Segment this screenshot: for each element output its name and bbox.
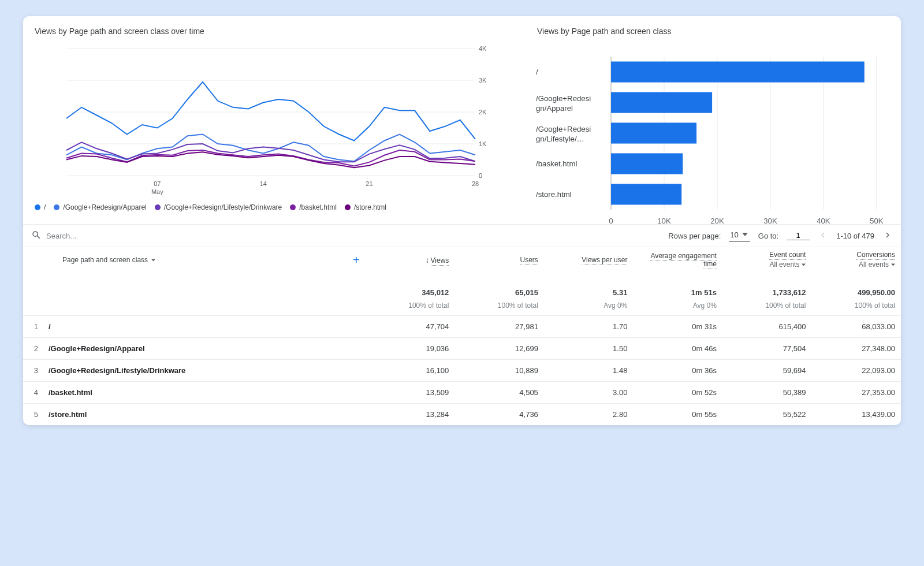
cell-events: 50,389: [722, 382, 812, 404]
total-vpu: 5.31: [544, 272, 634, 300]
svg-text:/Google+Redesi: /Google+Redesi: [536, 125, 591, 133]
cell-vpu: 1.48: [544, 360, 634, 382]
line-chart[interactable]: 01K2K3K4K07142128May: [33, 43, 527, 199]
line-chart-panel: Views by Page path and screen class over…: [29, 27, 531, 221]
legend-dot-icon: [155, 204, 161, 210]
bar-chart-title: Views by Page path and screen class: [537, 27, 891, 36]
svg-text:/Google+Redesi: /Google+Redesi: [536, 94, 591, 103]
svg-text:2K: 2K: [479, 109, 487, 116]
svg-text:May: May: [151, 188, 163, 195]
svg-text:21: 21: [366, 180, 372, 187]
svg-text:/basket.html: /basket.html: [536, 159, 577, 168]
cell-vpu: 1.70: [544, 316, 634, 338]
svg-text:gn/Lifestyle/…: gn/Lifestyle/…: [536, 135, 584, 143]
column-header-vpu[interactable]: Views per user: [544, 247, 634, 273]
next-page-button[interactable]: [882, 230, 893, 242]
cell-aet: 0m 36s: [633, 360, 722, 382]
column-header-users[interactable]: Users: [454, 247, 544, 273]
cell-vpu: 1.50: [544, 338, 634, 360]
svg-rect-28: [611, 62, 865, 83]
cell-aet: 0m 55s: [633, 404, 722, 426]
path-cell: /: [49, 322, 51, 331]
svg-rect-38: [611, 184, 681, 204]
total-users: 65,015: [454, 272, 544, 300]
cell-events: 77,504: [722, 338, 812, 360]
legend-label: /Google+Redesign/Apparel: [63, 203, 146, 211]
cell-users: 10,889: [454, 360, 544, 382]
cell-conv: 22,093.00: [811, 360, 901, 382]
total-sub-events: 100% of total: [722, 300, 812, 316]
legend-item[interactable]: /basket.html: [290, 203, 337, 211]
legend-dot-icon: [54, 204, 59, 210]
cell-vpu: 2.80: [544, 404, 634, 426]
cell-aet: 0m 31s: [633, 316, 722, 338]
total-sub-aet: Avg 0%: [633, 300, 722, 316]
svg-rect-36: [611, 153, 683, 174]
charts-row: Views by Page path and screen class over…: [23, 16, 901, 224]
add-dimension-button[interactable]: +: [353, 254, 360, 266]
table-row[interactable]: 4/basket.html13,5094,5053.000m 52s50,389…: [23, 382, 901, 404]
svg-text:14: 14: [260, 180, 267, 187]
svg-text:/store.html: /store.html: [536, 190, 572, 199]
legend-item[interactable]: /: [35, 203, 46, 211]
svg-text:1K: 1K: [479, 140, 487, 147]
total-views: 345,012: [366, 272, 455, 300]
data-table: Page path and screen class + ↓ViewsUsers…: [23, 247, 901, 425]
column-sub-filter[interactable]: All events: [728, 260, 806, 269]
goto-input[interactable]: [787, 231, 810, 240]
rows-per-page-value: 10: [730, 230, 738, 239]
total-sub-users: 100% of total: [454, 300, 544, 316]
totals-row: 345,01265,0155.311m 51s1,733,612499,950.…: [23, 272, 901, 300]
svg-text:10K: 10K: [657, 217, 671, 225]
page-range: 1-10 of 479: [836, 232, 874, 240]
table-row[interactable]: 1/47,70427,9811.700m 31s615,40068,033.00: [23, 316, 901, 338]
svg-text:0: 0: [479, 172, 482, 179]
column-sub-filter[interactable]: All events: [817, 260, 895, 269]
total-events: 1,733,612: [722, 272, 812, 300]
table-row[interactable]: 2/Google+Redesign/Apparel19,03612,6991.5…: [23, 338, 901, 360]
cell-views: 47,704: [366, 316, 455, 338]
cell-users: 4,736: [454, 404, 544, 426]
svg-text:30K: 30K: [763, 217, 777, 225]
cell-conv: 68,033.00: [811, 316, 901, 338]
chevron-down-icon: [741, 229, 749, 240]
legend-dot-icon: [290, 204, 296, 210]
prev-page-button[interactable]: [818, 230, 828, 242]
legend-label: /store.html: [354, 203, 386, 211]
totals-sub-row: 100% of total100% of totalAvg 0%Avg 0%10…: [23, 300, 901, 316]
total-sub-views: 100% of total: [366, 300, 455, 316]
legend-item[interactable]: /Google+Redesign/Lifestyle/Drinkware: [155, 203, 282, 211]
svg-text:07: 07: [154, 180, 161, 187]
column-header-path[interactable]: Page path and screen class +: [23, 247, 366, 273]
legend-item[interactable]: /Google+Redesign/Apparel: [54, 203, 146, 211]
cell-vpu: 3.00: [544, 382, 634, 404]
cell-views: 19,036: [366, 338, 455, 360]
path-cell: /basket.html: [49, 388, 92, 397]
total-sub-vpu: Avg 0%: [544, 300, 634, 316]
chevron-down-icon: [151, 256, 155, 264]
cell-events: 615,400: [722, 316, 812, 338]
legend-dot-icon: [35, 204, 40, 210]
column-header-aet[interactable]: Average engagement time: [633, 247, 722, 273]
column-header-events[interactable]: Event countAll events: [722, 247, 812, 273]
rows-per-page-label: Rows per page:: [668, 232, 721, 240]
cell-conv: 27,353.00: [811, 382, 901, 404]
path-cell: /store.html: [49, 410, 87, 419]
rows-per-page-select[interactable]: 10: [729, 229, 750, 242]
legend-dot-icon: [345, 204, 351, 210]
table-row[interactable]: 5/store.html13,2844,7362.800m 55s55,5221…: [23, 404, 901, 426]
column-header-views[interactable]: ↓Views: [366, 247, 455, 273]
search-input[interactable]: [46, 232, 664, 240]
total-sub-conv: 100% of total: [811, 300, 901, 316]
cell-users: 12,699: [454, 338, 544, 360]
legend-item[interactable]: /store.html: [345, 203, 386, 211]
table-row[interactable]: 3/Google+Redesign/Lifestyle/Drinkware16,…: [23, 360, 901, 382]
cell-users: 27,981: [454, 316, 544, 338]
bar-chart[interactable]: 010K20K30K40K50K//Google+Redesign/Appare…: [536, 43, 891, 199]
cell-users: 4,505: [454, 382, 544, 404]
cell-events: 59,694: [722, 360, 812, 382]
cell-conv: 13,439.00: [811, 404, 901, 426]
search-icon: [31, 230, 42, 242]
column-header-conv[interactable]: ConversionsAll events: [811, 247, 901, 273]
sort-desc-icon: ↓: [426, 255, 430, 265]
